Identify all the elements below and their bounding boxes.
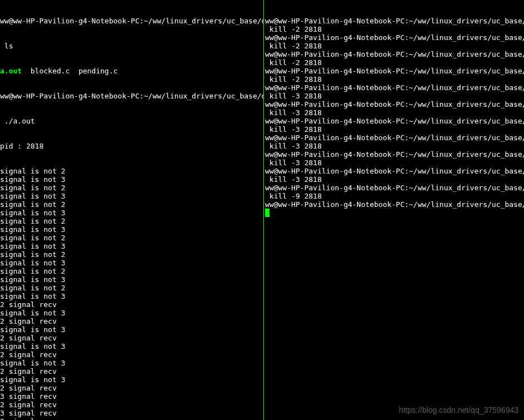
signal-output-line: 2 signal recv bbox=[0, 350, 263, 359]
terminal-line: kill -3 2818 bbox=[265, 125, 524, 134]
signal-output-line: signal is not 3 bbox=[0, 342, 263, 350]
command-ls: ls bbox=[0, 42, 263, 50]
terminal-container: ww@ww-HP-Pavilion-g4-Notebook-PC:~/ww/li… bbox=[0, 0, 524, 420]
prompt-line: ww@ww-HP-Pavilion-g4-Notebook-PC:~/ww/li… bbox=[265, 83, 524, 92]
prompt-line: ww@ww-HP-Pavilion-g4-Notebook-PC:~/ww/li… bbox=[0, 92, 264, 100]
signal-output-line: 2 signal recv bbox=[0, 334, 263, 342]
signal-output-line: signal is not 2 bbox=[0, 250, 263, 259]
command-output: kill -2 2818 bbox=[265, 58, 322, 67]
terminal-line: kill -3 2818 bbox=[265, 108, 524, 117]
watermark-text: https://blog.csdn.net/qq_37596943 bbox=[399, 406, 518, 414]
terminal-line: kill -3 2818 bbox=[265, 159, 524, 167]
signal-output-line: signal is not 3 bbox=[0, 275, 263, 284]
signal-output-line: 2 signal recv bbox=[0, 317, 263, 325]
terminal-line: ww@ww-HP-Pavilion-g4-Notebook-PC:~/ww/li… bbox=[265, 67, 524, 75]
prompt-line: ww@ww-HP-Pavilion-g4-Notebook-PC:~/ww/li… bbox=[265, 33, 524, 42]
prompt-line: ww@ww-HP-Pavilion-g4-Notebook-PC:~/ww/li… bbox=[0, 17, 264, 25]
terminal-line: kill -3 2818 bbox=[265, 92, 524, 100]
terminal-line: ww@ww-HP-Pavilion-g4-Notebook-PC:~/ww/li… bbox=[265, 117, 524, 125]
terminal-line: kill -2 2818 bbox=[265, 75, 524, 83]
signal-output-line: signal is not 3 bbox=[0, 292, 263, 300]
signal-output-line: 3 signal recv bbox=[0, 392, 263, 401]
signal-output-line: 2 signal recv bbox=[0, 401, 263, 409]
signal-output-line: signal is not 2 bbox=[0, 167, 263, 175]
signal-output-line: signal is not 3 bbox=[0, 259, 263, 267]
terminal-line: ww@ww-HP-Pavilion-g4-Notebook-PC:~/ww/li… bbox=[265, 33, 524, 42]
command-output: kill -3 2818 bbox=[265, 92, 322, 100]
prompt-line: ww@ww-HP-Pavilion-g4-Notebook-PC:~/ww/li… bbox=[265, 150, 524, 159]
pid-output: pid : 2818 bbox=[0, 142, 263, 150]
prompt-line: ww@ww-HP-Pavilion-g4-Notebook-PC:~/ww/li… bbox=[265, 184, 524, 192]
terminal-line: ww@ww-HP-Pavilion-g4-Notebook-PC:~/ww/li… bbox=[265, 184, 524, 192]
command-output: kill -9 2818 bbox=[265, 192, 322, 200]
command-output: kill -2 2818 bbox=[265, 42, 322, 50]
signal-output-line: signal is not 3 bbox=[0, 325, 263, 334]
command-output: kill -3 2818 bbox=[265, 125, 322, 134]
file-executable: a.out bbox=[0, 67, 22, 75]
signal-output-line: signal is not 3 bbox=[0, 242, 263, 250]
prompt-line: ww@ww-HP-Pavilion-g4-Notebook-PC:~/ww/li… bbox=[265, 167, 524, 175]
signal-output-line: 3 signal recv bbox=[0, 409, 263, 417]
terminal-line: kill -3 2818 bbox=[265, 175, 524, 184]
signal-output-line: signal is not 3 bbox=[0, 225, 263, 234]
terminal-line: ww@ww-HP-Pavilion-g4-Notebook-PC:~/ww/li… bbox=[265, 167, 524, 175]
prompt-line: ww@ww-HP-Pavilion-g4-Notebook-PC:~/ww/li… bbox=[265, 67, 524, 75]
prompt-line: ww@ww-HP-Pavilion-g4-Notebook-PC:~/ww/li… bbox=[265, 50, 524, 58]
signal-output-line: signal is not 2 bbox=[0, 284, 263, 292]
terminal-line: kill -9 2818 bbox=[265, 192, 524, 200]
signal-output-line: 2 signal recv bbox=[0, 367, 263, 375]
signal-output-line: signal is not 2 bbox=[0, 184, 263, 192]
terminal-line: kill -2 2818 bbox=[265, 42, 524, 50]
terminal-line: ww@ww-HP-Pavilion-g4-Notebook-PC:~/ww/li… bbox=[265, 150, 524, 159]
signal-output-line: signal is not 2 bbox=[0, 234, 263, 242]
signal-output-line: signal is not 3 bbox=[0, 309, 263, 317]
terminal-line: ww@ww-HP-Pavilion-g4-Notebook-PC:~/ww/li… bbox=[265, 83, 524, 92]
command-output: kill -2 2818 bbox=[265, 75, 322, 83]
signal-output-line: signal is not 2 bbox=[0, 267, 263, 275]
command-run: ./a.out bbox=[0, 117, 263, 125]
signal-output-line: signal is not 2 bbox=[0, 217, 263, 225]
prompt-line: ww@ww-HP-Pavilion-g4-Notebook-PC:~/ww/li… bbox=[265, 134, 524, 142]
command-output: kill -3 2818 bbox=[265, 175, 322, 184]
terminal-line: ww@ww-HP-Pavilion-g4-Notebook-PC:~/ww/li… bbox=[265, 100, 524, 108]
terminal-pane-right[interactable]: ww@ww-HP-Pavilion-g4-Notebook-PC:~/ww/li… bbox=[264, 0, 524, 420]
command-output: kill -3 2818 bbox=[265, 142, 322, 150]
signal-output-line: 2 signal recv bbox=[0, 384, 263, 392]
terminal-line: kill -3 2818 bbox=[265, 142, 524, 150]
command-output: kill -2 2818 bbox=[265, 25, 322, 33]
file-list: blocked.c pending.c bbox=[22, 67, 117, 75]
terminal-line: ww@ww-HP-Pavilion-g4-Notebook-PC:~/ww/li… bbox=[265, 17, 524, 25]
cursor bbox=[265, 209, 270, 217]
signal-output-line: signal is not 3 bbox=[0, 209, 263, 217]
prompt-line: ww@ww-HP-Pavilion-g4-Notebook-PC:~/ww/li… bbox=[265, 117, 524, 125]
prompt-line: ww@ww-HP-Pavilion-g4-Notebook-PC:~/ww/li… bbox=[265, 200, 524, 209]
terminal-pane-left[interactable]: ww@ww-HP-Pavilion-g4-Notebook-PC:~/ww/li… bbox=[0, 0, 264, 420]
signal-output-line: signal is not 2 bbox=[0, 200, 263, 209]
signal-output-line: signal is not 3 bbox=[0, 359, 263, 367]
terminal-line: ww@ww-HP-Pavilion-g4-Notebook-PC:~/ww/li… bbox=[265, 134, 524, 142]
terminal-line: kill -2 2818 bbox=[265, 25, 524, 33]
terminal-line: kill -2 2818 bbox=[265, 58, 524, 67]
prompt-line: ww@ww-HP-Pavilion-g4-Notebook-PC:~/ww/li… bbox=[265, 100, 524, 108]
prompt-line: ww@ww-HP-Pavilion-g4-Notebook-PC:~/ww/li… bbox=[265, 17, 524, 25]
signal-output-line: 2 signal recv bbox=[0, 300, 263, 309]
ls-output: a.out blocked.c pending.c bbox=[0, 67, 263, 75]
signal-output-line: 2 signal recv bbox=[0, 417, 263, 420]
terminal-line: ww@ww-HP-Pavilion-g4-Notebook-PC:~/ww/li… bbox=[265, 200, 524, 209]
command-output: kill -3 2818 bbox=[265, 159, 322, 167]
signal-output-line: signal is not 3 bbox=[0, 375, 263, 384]
signal-output-line: signal is not 3 bbox=[0, 175, 263, 184]
command-output: kill -3 2818 bbox=[265, 108, 322, 117]
signal-output-line: signal is not 3 bbox=[0, 192, 263, 200]
terminal-line: ww@ww-HP-Pavilion-g4-Notebook-PC:~/ww/li… bbox=[265, 50, 524, 58]
